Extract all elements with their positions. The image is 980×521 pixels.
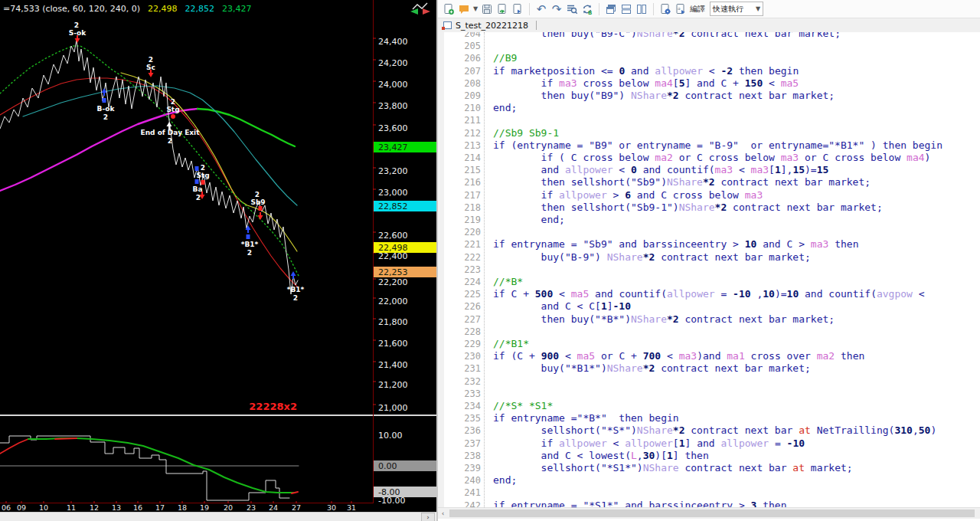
last-price-note: 22228x2 (249, 401, 297, 412)
line-number: 228 (444, 326, 481, 338)
svg-text:21,400: 21,400 (378, 360, 408, 370)
code-line: 231 buy("*B1*")NShare*2 contract next ba… (438, 362, 980, 375)
code-line: 234//*S* *S1* (438, 400, 980, 413)
svg-text:0.00: 0.00 (378, 461, 397, 471)
recompile-changed-icon[interactable]: B (580, 2, 595, 17)
line-number: 240 (444, 474, 481, 487)
chart-horizontal-scrollbar[interactable]: › (0, 512, 436, 521)
line-number: 210 (444, 102, 481, 114)
svg-text:23: 23 (247, 503, 256, 512)
code-line: 224//*B* (438, 276, 980, 289)
code-line: 217 if allpower > 6 and C cross below ma… (438, 189, 980, 202)
code-line: 235if entryname ="*B*" then begin (438, 412, 980, 425)
code-line: 206//B9 (438, 52, 980, 65)
svg-text:23,600: 23,600 (378, 123, 408, 133)
code-line: 227 then buy("*B*")NShare*2 contract nex… (438, 313, 980, 326)
line-number: 223 (444, 264, 481, 276)
chart-canvas[interactable]: 2S-ok2ScB-ok22StgEnd of Day Exit22StgBa2… (0, 0, 436, 512)
svg-text:Sc: Sc (146, 64, 155, 71)
line-number: 237 (444, 437, 481, 450)
code-editor[interactable]: 204 then buy("B9-C")NShare*2 contract ne… (438, 32, 980, 507)
line-number: 211 (444, 114, 481, 126)
comment-dropdown-icon[interactable]: ▼ (472, 2, 479, 17)
line-number: 227 (444, 313, 481, 326)
svg-text:10: 10 (39, 503, 48, 512)
tile-vertical-icon[interactable] (634, 2, 649, 17)
line-number: 236 (444, 424, 481, 437)
line-number: 231 (444, 362, 481, 375)
editor-scroll-left-button[interactable]: ‹ (438, 509, 448, 518)
svg-text:21,800: 21,800 (378, 317, 408, 327)
line-number: 235 (444, 412, 481, 424)
code-line: 233 (438, 388, 980, 401)
svg-text:27: 27 (292, 503, 301, 512)
code-line: 219 end; (438, 214, 980, 227)
code-line: 237 if allpower < allpower[1] and allpow… (438, 437, 980, 451)
toolbar-separator (653, 3, 654, 15)
svg-text:S-ok: S-ok (69, 29, 87, 37)
line-number: 238 (444, 450, 481, 462)
svg-text:21,600: 21,600 (378, 339, 408, 349)
svg-text:2: 2 (74, 21, 79, 29)
svg-text:21,200: 21,200 (378, 380, 408, 390)
svg-text:Sb9: Sb9 (250, 198, 265, 206)
code-line: 225if C + 500 < ma5 and countif(allpower… (438, 288, 980, 301)
line-number: 234 (444, 400, 481, 412)
code-line: 205 (438, 40, 980, 53)
line-number: 226 (444, 300, 481, 313)
code-line: 213if (entryname = "B9" or entryname = "… (438, 139, 980, 152)
editor-horizontal-scrollbar[interactable]: ‹ (438, 507, 980, 519)
export-script-icon[interactable] (510, 2, 525, 17)
code-line: 216 then sellshort("Sb9")NShare*2 contra… (438, 176, 980, 189)
run-mode-dropdown[interactable]: 快速執行 ▼ (710, 2, 763, 16)
svg-text:2: 2 (201, 164, 205, 172)
find-in-scripts-icon[interactable] (564, 2, 580, 17)
chart-scroll-right-button[interactable]: › (421, 513, 435, 521)
line-number: 233 (444, 388, 481, 400)
svg-text:B-ok: B-ok (97, 105, 116, 113)
line-number: 212 (444, 127, 481, 139)
cascade-windows-icon[interactable] (603, 2, 619, 17)
compile-options-icon[interactable] (658, 2, 673, 17)
import-script-icon[interactable] (495, 2, 510, 17)
comment-icon[interactable] (456, 2, 472, 17)
line-number: 221 (444, 238, 481, 251)
line-number: 208 (444, 77, 481, 90)
code-line: 208 if ma3 cross below ma4[5] and C + 15… (438, 77, 980, 90)
editor-tab-bar: S_test_20221218 (438, 18, 980, 33)
svg-text:21,000: 21,000 (378, 403, 408, 413)
line-number: 209 (444, 90, 481, 102)
new-script-icon[interactable] (441, 2, 456, 17)
svg-text:22,498: 22,498 (378, 243, 408, 253)
svg-text:11: 11 (67, 503, 76, 512)
svg-text:24,000: 24,000 (378, 80, 408, 90)
svg-text:12: 12 (90, 503, 99, 512)
line-number: 242 (444, 500, 481, 507)
line-number: 213 (444, 139, 481, 152)
svg-text:2: 2 (196, 194, 201, 202)
tab-divider (536, 21, 537, 30)
line-number: 204 (444, 32, 481, 40)
svg-text:2: 2 (255, 191, 260, 198)
code-line: 212//Sb9 Sb9-1 (438, 127, 980, 140)
tile-horizontal-icon[interactable] (619, 2, 634, 17)
code-line: 240end; (438, 474, 980, 487)
run-script-icon[interactable]: a (673, 2, 688, 17)
svg-text:30: 30 (327, 503, 336, 512)
line-number: 215 (444, 164, 481, 176)
svg-text:B: B (588, 9, 592, 15)
svg-text:09: 09 (17, 503, 26, 512)
svg-text:22,000: 22,000 (378, 297, 408, 306)
svg-text:-10.00: -10.00 (378, 496, 405, 506)
line-number: 239 (444, 462, 481, 474)
line-number: 218 (444, 202, 481, 214)
save-icon[interactable] (479, 2, 495, 17)
redo-icon[interactable]: ↷ (549, 2, 564, 17)
chevron-down-icon: ▼ (753, 5, 760, 12)
undo-icon[interactable]: ↶ (534, 2, 549, 17)
svg-text:22,253: 22,253 (378, 267, 408, 277)
line-number: 230 (444, 350, 481, 362)
line-number: 224 (444, 276, 481, 288)
script-tab[interactable]: S_test_20221218 (456, 21, 528, 31)
editor-scrollbar-thumb[interactable] (449, 510, 975, 517)
